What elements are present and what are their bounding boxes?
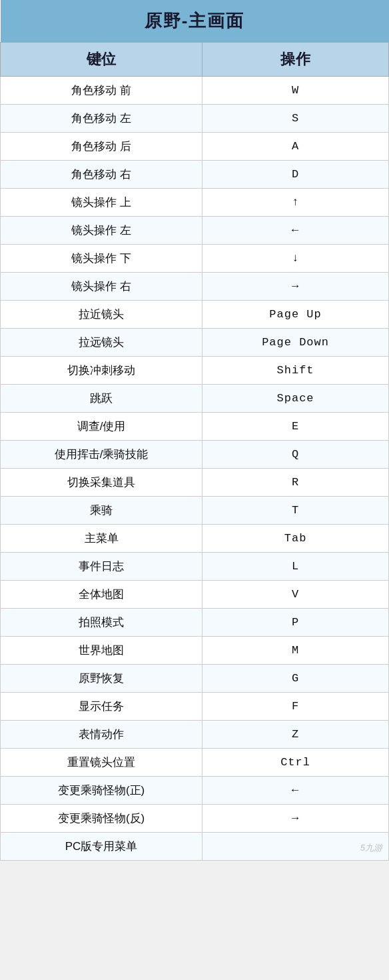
key-cell: 显示任务 (1, 693, 202, 721)
table-row: 角色移动 前W (1, 77, 389, 105)
key-cell: 拉远镜头 (1, 329, 202, 357)
main-container: 原野-主画面 键位 操作 角色移动 前W角色移动 左S角色移动 后A角色移动 右… (0, 0, 389, 861)
table-row: 拍照模式P (1, 609, 389, 637)
table-row: 角色移动 左S (1, 105, 389, 133)
action-cell: ← (202, 217, 389, 245)
action-cell: S (202, 105, 389, 133)
action-cell: M (202, 637, 389, 665)
action-cell: Shift (202, 357, 389, 385)
action-cell: ↓ (202, 245, 389, 273)
key-cell: 镜头操作 上 (1, 189, 202, 217)
table-row: 拉远镜头Page Down (1, 329, 389, 357)
action-cell: R (202, 469, 389, 497)
action-cell: Ctrl (202, 749, 389, 777)
key-cell: 镜头操作 下 (1, 245, 202, 273)
action-cell: E (202, 413, 389, 441)
table-row: 全体地图V (1, 581, 389, 609)
table-row: 乘骑T (1, 497, 389, 525)
action-cell: L (202, 553, 389, 581)
table-row: 主菜单Tab (1, 525, 389, 553)
action-cell: A (202, 133, 389, 161)
key-cell: 全体地图 (1, 581, 202, 609)
table-row: 角色移动 右D (1, 161, 389, 189)
table-row: 镜头操作 左← (1, 217, 389, 245)
action-cell: G (202, 665, 389, 693)
key-cell: 使用挥击/乘骑技能 (1, 441, 202, 469)
action-cell: Space (202, 385, 389, 413)
action-cell: Page Down (202, 329, 389, 357)
key-cell: 拍照模式 (1, 609, 202, 637)
table-row: 镜头操作 右→ (1, 273, 389, 301)
table-row: 世界地图M (1, 637, 389, 665)
table-row: 镜头操作 下↓ (1, 245, 389, 273)
table-row: 事件日志L (1, 553, 389, 581)
action-cell: Tab (202, 525, 389, 553)
table-row: 跳跃Space (1, 385, 389, 413)
key-cell: 表情动作 (1, 721, 202, 749)
keybind-table: 原野-主画面 键位 操作 角色移动 前W角色移动 左S角色移动 后A角色移动 右… (0, 0, 389, 861)
action-cell: → (202, 273, 389, 301)
action-cell: Page Up (202, 301, 389, 329)
action-cell (202, 833, 389, 861)
key-cell: 角色移动 左 (1, 105, 202, 133)
action-cell: Q (202, 441, 389, 469)
key-cell: 变更乘骑怪物(反) (1, 805, 202, 833)
table-row: 重置镜头位置Ctrl (1, 749, 389, 777)
key-cell: 切换采集道具 (1, 469, 202, 497)
key-cell: 乘骑 (1, 497, 202, 525)
action-cell: T (202, 497, 389, 525)
header-key: 键位 (1, 43, 202, 77)
table-row: 调查/使用E (1, 413, 389, 441)
action-cell: F (202, 693, 389, 721)
table-row: 拉近镜头Page Up (1, 301, 389, 329)
key-cell: 世界地图 (1, 637, 202, 665)
action-cell: P (202, 609, 389, 637)
action-cell: Z (202, 721, 389, 749)
key-cell: 调查/使用 (1, 413, 202, 441)
key-cell: 镜头操作 右 (1, 273, 202, 301)
table-row: PC版专用菜单 (1, 833, 389, 861)
table-row: 表情动作Z (1, 721, 389, 749)
table-row: 使用挥击/乘骑技能Q (1, 441, 389, 469)
key-cell: 镜头操作 左 (1, 217, 202, 245)
header-action: 操作 (202, 43, 389, 77)
table-row: 变更乘骑怪物(反)→ (1, 805, 389, 833)
key-cell: PC版专用菜单 (1, 833, 202, 861)
key-cell: 跳跃 (1, 385, 202, 413)
action-cell: D (202, 161, 389, 189)
key-cell: 角色移动 右 (1, 161, 202, 189)
key-cell: 原野恢复 (1, 665, 202, 693)
table-row: 切换冲刺移动Shift (1, 357, 389, 385)
table-row: 变更乘骑怪物(正)← (1, 777, 389, 805)
action-cell: ← (202, 777, 389, 805)
key-cell: 切换冲刺移动 (1, 357, 202, 385)
key-cell: 重置镜头位置 (1, 749, 202, 777)
table-row: 显示任务F (1, 693, 389, 721)
table-row: 原野恢复G (1, 665, 389, 693)
table-row: 角色移动 后A (1, 133, 389, 161)
table-row: 镜头操作 上↑ (1, 189, 389, 217)
key-cell: 变更乘骑怪物(正) (1, 777, 202, 805)
action-cell: ↑ (202, 189, 389, 217)
action-cell: V (202, 581, 389, 609)
action-cell: W (202, 77, 389, 105)
key-cell: 拉近镜头 (1, 301, 202, 329)
table-title: 原野-主画面 (1, 0, 389, 43)
key-cell: 角色移动 前 (1, 77, 202, 105)
key-cell: 角色移动 后 (1, 133, 202, 161)
key-cell: 主菜单 (1, 525, 202, 553)
action-cell: → (202, 805, 389, 833)
key-cell: 事件日志 (1, 553, 202, 581)
table-row: 切换采集道具R (1, 469, 389, 497)
